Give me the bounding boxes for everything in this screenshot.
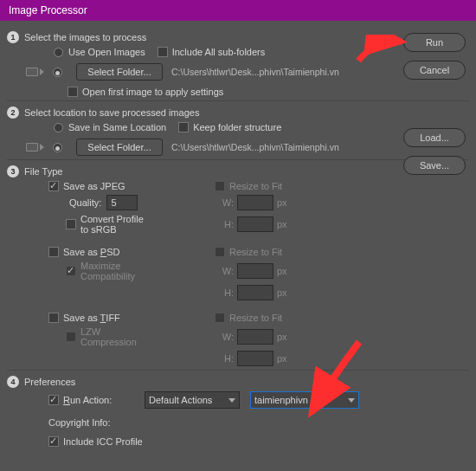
include-icc-label: Include ICC Profile bbox=[63, 436, 143, 447]
step-2-title: Select location to save processed images bbox=[24, 107, 199, 118]
action-select[interactable]: taimienphivn bbox=[250, 391, 359, 409]
use-open-images-radio[interactable] bbox=[54, 48, 63, 57]
keep-folder-checkbox[interactable] bbox=[178, 122, 189, 132]
h-label: H: bbox=[215, 219, 234, 229]
dest-folder-radio[interactable] bbox=[53, 143, 62, 152]
chevron-down-icon bbox=[228, 398, 235, 403]
run-button[interactable]: Run bbox=[403, 33, 466, 52]
select-folder-button-1[interactable]: Select Folder... bbox=[76, 63, 163, 81]
resize-tiff-label: Resize to Fit bbox=[229, 313, 282, 323]
dest-path: C:\Users\htlwr\Desk...phivn\Taimienphi.v… bbox=[171, 142, 339, 152]
step-2-badge: 2 bbox=[7, 106, 19, 119]
jpeg-h-input[interactable] bbox=[237, 216, 273, 232]
use-open-images-label: Use Open Images bbox=[68, 47, 145, 57]
run-action-checkbox[interactable] bbox=[48, 395, 59, 405]
quality-input[interactable] bbox=[106, 195, 138, 210]
select-folder-radio[interactable] bbox=[53, 68, 62, 77]
quality-label: Quality: bbox=[69, 197, 101, 208]
step-1-badge: 1 bbox=[7, 31, 19, 43]
step-4-title: Preferences bbox=[24, 377, 75, 387]
same-location-label: Save in Same Location bbox=[68, 122, 166, 132]
arrow-icon bbox=[40, 68, 44, 75]
tiff-h-input bbox=[237, 351, 273, 366]
save-tiff-checkbox[interactable] bbox=[48, 313, 59, 323]
same-location-radio[interactable] bbox=[54, 123, 63, 132]
step-3-title: File Type bbox=[24, 166, 62, 177]
resize-psd-label: Resize to Fit bbox=[229, 247, 282, 257]
convert-srgb-label: Convert Profile to sRGB bbox=[80, 214, 145, 235]
step-4-badge: 4 bbox=[7, 376, 19, 388]
lzw-label: LZW Compression bbox=[80, 326, 145, 347]
copyright-label: Copyright Info: bbox=[48, 417, 111, 428]
run-action-label: Run Action: bbox=[63, 395, 119, 405]
save-jpeg-label: Save as JPEG bbox=[63, 181, 125, 191]
convert-srgb-checkbox[interactable] bbox=[66, 219, 76, 229]
open-first-label: Open first image to apply settings bbox=[82, 87, 223, 97]
action-set-select[interactable]: Default Actions bbox=[145, 391, 240, 409]
psd-h-input bbox=[237, 285, 273, 300]
resize-psd-checkbox bbox=[215, 247, 225, 257]
chevron-down-icon bbox=[348, 398, 355, 403]
psd-w-input bbox=[237, 263, 273, 279]
save-psd-label: Save as PSD bbox=[63, 247, 119, 257]
resize-jpeg-label: Resize to Fit bbox=[229, 181, 282, 191]
open-first-checkbox[interactable] bbox=[68, 87, 78, 97]
include-subfolders-checkbox[interactable] bbox=[158, 47, 168, 57]
source-path: C:\Users\htlwr\Desk...phivn\Taimienphi.v… bbox=[171, 67, 339, 77]
save-button[interactable]: Save... bbox=[403, 156, 466, 175]
load-button[interactable]: Load... bbox=[403, 128, 466, 147]
window-titlebar: Image Processor bbox=[0, 0, 476, 21]
tiff-w-input bbox=[237, 329, 273, 345]
save-jpeg-checkbox[interactable] bbox=[48, 181, 59, 191]
include-icc-checkbox[interactable] bbox=[48, 436, 59, 447]
select-folder-button-2[interactable]: Select Folder... bbox=[76, 139, 163, 156]
step-3-badge: 3 bbox=[7, 165, 19, 177]
maximize-label: Maximize Compatibility bbox=[80, 261, 145, 281]
save-psd-checkbox[interactable] bbox=[48, 247, 59, 257]
maximize-checkbox bbox=[66, 266, 76, 276]
step-1-title: Select the images to process bbox=[24, 32, 146, 42]
save-tiff-label: Save as TIFF bbox=[63, 313, 120, 323]
resize-tiff-checkbox bbox=[215, 313, 225, 323]
cancel-button[interactable]: Cancel bbox=[403, 61, 466, 80]
arrow-icon bbox=[40, 144, 44, 151]
jpeg-w-input[interactable] bbox=[237, 195, 273, 210]
resize-jpeg-checkbox[interactable] bbox=[215, 181, 225, 191]
folder-icon bbox=[26, 143, 38, 152]
window-title: Image Processor bbox=[9, 4, 87, 16]
folder-icon bbox=[26, 68, 38, 76]
include-subfolders-label: Include All sub-folders bbox=[172, 47, 266, 57]
w-label: W: bbox=[215, 197, 234, 208]
keep-folder-label: Keep folder structure bbox=[193, 122, 281, 132]
lzw-checkbox bbox=[66, 332, 76, 342]
